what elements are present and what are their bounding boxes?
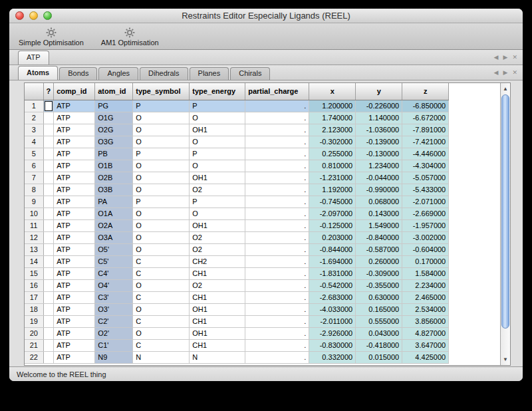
cell-type-symbol[interactable]: N — [133, 351, 190, 363]
cell-type-symbol[interactable]: O — [133, 327, 190, 339]
cell-comp-id[interactable]: ATP — [54, 279, 95, 291]
cell-comp-id[interactable]: ATP — [54, 219, 95, 231]
cell-partial-charge[interactable]: . — [245, 231, 309, 243]
cell-type-energy[interactable]: OH1 — [190, 124, 245, 136]
cell-type-symbol[interactable]: O — [133, 124, 190, 136]
cell-type-energy[interactable]: O2 — [190, 279, 245, 291]
cell-x[interactable]: -2.926000 — [309, 327, 356, 339]
cell-type-symbol[interactable]: P — [133, 100, 190, 112]
cell-y[interactable]: -0.355000 — [356, 279, 402, 291]
tab-scroll-right-icon[interactable]: ▶ — [503, 69, 508, 76]
cell-atom-id[interactable]: C3' — [95, 291, 133, 303]
scrollbar-thumb[interactable] — [501, 94, 509, 329]
tab-dihedrals[interactable]: Dihedrals — [140, 67, 188, 80]
cell-y[interactable]: 0.260000 — [356, 255, 402, 267]
cell-x[interactable]: 1.200000 — [309, 100, 356, 112]
cell-type-energy[interactable]: P — [190, 148, 245, 160]
cell-partial-charge[interactable]: . — [245, 136, 309, 148]
cell-z[interactable]: 3.647000 — [402, 339, 449, 351]
cell-y[interactable]: -0.226000 — [356, 100, 402, 112]
row-number[interactable]: 20 — [25, 327, 43, 339]
cell-y[interactable]: -0.840000 — [356, 231, 402, 243]
cell-x[interactable]: -0.302000 — [309, 136, 356, 148]
cell-comp-id[interactable]: ATP — [54, 267, 95, 279]
column-header-comp-id[interactable]: comp_id — [54, 83, 95, 100]
cell-comp-id[interactable]: ATP — [54, 136, 95, 148]
cell-partial-charge[interactable]: . — [245, 303, 309, 315]
cell-type-energy[interactable]: OH1 — [190, 303, 245, 315]
cell-atom-id[interactable]: C5' — [95, 255, 133, 267]
cell-y[interactable]: -0.309000 — [356, 267, 402, 279]
row-number[interactable]: 9 — [25, 196, 43, 207]
cell-type-symbol[interactable]: O — [133, 303, 190, 315]
cell-comp-id[interactable]: ATP — [54, 327, 95, 339]
cell-type-energy[interactable]: O — [190, 136, 245, 148]
cell-y[interactable]: -0.587000 — [356, 243, 402, 255]
cell-z[interactable]: 3.856000 — [402, 315, 449, 327]
cell-col[interactable] — [43, 327, 54, 339]
cell-comp-id[interactable]: ATP — [54, 184, 95, 196]
cell-comp-id[interactable]: ATP — [54, 231, 95, 243]
cell-atom-id[interactable]: O2G — [95, 124, 133, 136]
cell-x[interactable]: -0.125000 — [309, 219, 356, 231]
cell-col[interactable] — [43, 160, 54, 172]
cell-x[interactable]: -0.844000 — [309, 243, 356, 255]
cell-type-symbol[interactable]: C — [133, 291, 190, 303]
cell-partial-charge[interactable]: . — [245, 100, 309, 112]
row-number[interactable]: 13 — [25, 243, 43, 255]
cell-type-symbol[interactable]: O — [133, 136, 190, 148]
cell-type-energy[interactable]: O — [190, 160, 245, 172]
cell-type-energy[interactable]: OH1 — [190, 219, 245, 231]
cell-z[interactable]: -2.669000 — [402, 207, 449, 219]
cell-x[interactable]: 2.123000 — [309, 124, 356, 136]
cell-col[interactable] — [43, 339, 54, 351]
cell-atom-id[interactable]: PG — [95, 100, 133, 112]
cell-comp-id[interactable]: ATP — [54, 291, 95, 303]
edit-cell-box[interactable] — [45, 101, 53, 111]
cell-atom-id[interactable]: PA — [95, 196, 133, 207]
cell-comp-id[interactable]: ATP — [54, 160, 95, 172]
row-number[interactable]: 8 — [25, 184, 43, 196]
cell-type-symbol[interactable]: O — [133, 207, 190, 219]
cell-partial-charge[interactable]: . — [245, 207, 309, 219]
cell-type-symbol[interactable]: O — [133, 184, 190, 196]
cell-y[interactable]: 0.043000 — [356, 327, 402, 339]
cell-y[interactable]: 0.068000 — [356, 196, 402, 207]
cell-z[interactable]: -4.304000 — [402, 160, 449, 172]
cell-type-energy[interactable]: CH1 — [190, 291, 245, 303]
cell-x[interactable]: -4.033000 — [309, 303, 356, 315]
cell-partial-charge[interactable]: . — [245, 255, 309, 267]
row-number[interactable]: 17 — [25, 291, 43, 303]
cell-comp-id[interactable]: ATP — [54, 172, 95, 184]
cell-type-energy[interactable]: CH1 — [190, 267, 245, 279]
cell-type-energy[interactable]: O — [190, 112, 245, 124]
cell-partial-charge[interactable]: . — [245, 148, 309, 160]
row-number[interactable]: 19 — [25, 315, 43, 327]
cell-comp-id[interactable]: ATP — [54, 303, 95, 315]
cell-partial-charge[interactable]: . — [245, 243, 309, 255]
cell-type-symbol[interactable]: C — [133, 267, 190, 279]
cell-comp-id[interactable]: ATP — [54, 148, 95, 160]
cell-type-energy[interactable]: P — [190, 196, 245, 207]
cell-atom-id[interactable]: O1A — [95, 207, 133, 219]
cell-y[interactable]: -0.130000 — [356, 148, 402, 160]
cell-type-symbol[interactable]: C — [133, 315, 190, 327]
cell-atom-id[interactable]: C1' — [95, 339, 133, 351]
cell-atom-id[interactable]: O3B — [95, 184, 133, 196]
cell-atom-id[interactable]: PB — [95, 148, 133, 160]
cell-atom-id[interactable]: O3' — [95, 303, 133, 315]
cell-col[interactable] — [43, 196, 54, 207]
cell-type-symbol[interactable]: O — [133, 219, 190, 231]
column-header-type-symbol[interactable]: type_symbol — [133, 83, 190, 100]
cell-z[interactable]: 2.234000 — [402, 279, 449, 291]
tab-close-icon[interactable]: ✕ — [512, 69, 517, 76]
cell-z[interactable]: -1.957000 — [402, 219, 449, 231]
cell-atom-id[interactable]: O2A — [95, 219, 133, 231]
cell-col[interactable] — [43, 279, 54, 291]
cell-partial-charge[interactable]: . — [245, 315, 309, 327]
cell-z[interactable]: -7.891000 — [402, 124, 449, 136]
cell-x[interactable]: -1.231000 — [309, 172, 356, 184]
cell-atom-id[interactable]: O1B — [95, 160, 133, 172]
cell-type-symbol[interactable]: O — [133, 172, 190, 184]
title-bar[interactable]: Restraints Editor Especially Ligands (RE… — [9, 9, 523, 23]
